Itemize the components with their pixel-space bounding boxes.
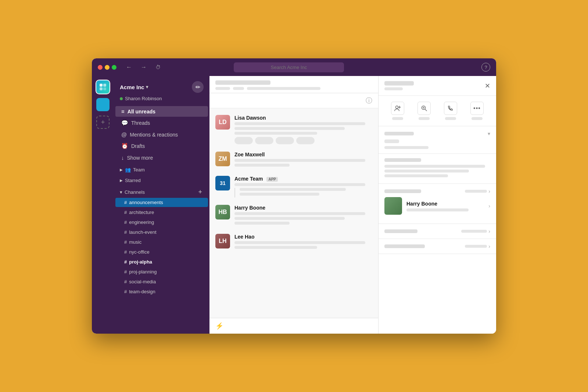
skeleton (384, 229, 417, 233)
channel-architecture-label: architecture (129, 210, 154, 215)
reaction-skeleton (276, 137, 294, 144)
message-item-lee[interactable]: LH Lee Hao (209, 230, 378, 254)
message-item-harry[interactable]: HB Harry Boone (209, 201, 378, 230)
channel-item-music[interactable]: # music (115, 237, 208, 247)
close-traffic-light[interactable] (98, 65, 103, 70)
profile-info: Harry Boone (406, 201, 484, 211)
right-section-row-1[interactable]: ▾ (384, 131, 490, 137)
channel-nyc-office-label: nyc-office (129, 249, 149, 255)
all-unreads-icon: ≡ (121, 108, 125, 115)
skeleton (384, 189, 421, 193)
right-header-skeleton (384, 81, 414, 86)
action-label-skeleton (445, 117, 456, 120)
more-icon: ••• (470, 102, 484, 115)
chevron-down-icon: ▾ (488, 131, 490, 137)
message-composer: ⚡ (209, 318, 378, 334)
channel-item-team-design[interactable]: # team-design (115, 287, 208, 296)
call-action[interactable] (444, 102, 457, 120)
channel-social-media-label: social-media (129, 279, 156, 284)
channel-launch-event-label: launch-event (129, 229, 156, 235)
starred-collapse-icon: ▶ (120, 178, 123, 182)
right-header-skeleton-2 (384, 87, 403, 90)
channel-announcements-label: announcements (129, 200, 163, 205)
channel-item-architecture[interactable]: # architecture (115, 208, 208, 217)
info-icon[interactable]: ⓘ (366, 96, 372, 105)
add-member-icon (391, 102, 404, 115)
channel-hash-icon: # (124, 289, 127, 294)
skeleton (234, 241, 365, 244)
threads-icon: 💬 (121, 120, 128, 126)
maximize-traffic-light[interactable] (112, 65, 116, 70)
nav-item-drafts[interactable]: ⏰ Drafts (115, 141, 208, 152)
drafts-label: Drafts (131, 143, 145, 149)
channel-item-nyc-office[interactable]: # nyc-office (115, 247, 208, 257)
channel-item-launch-event[interactable]: # launch-event (115, 228, 208, 237)
starred-label: Starred (125, 178, 141, 183)
skeleton (465, 245, 487, 248)
skeleton (234, 132, 317, 135)
message-name-acme-team: Acme Team APP (234, 176, 372, 182)
skeleton (384, 174, 448, 177)
search-action[interactable] (417, 102, 431, 120)
forward-button[interactable]: → (139, 62, 149, 72)
nav-item-all-unreads[interactable]: ≡ All unreads (115, 106, 208, 117)
workspace-icon-primary[interactable] (96, 80, 110, 94)
channel-item-social-media[interactable]: # social-media (115, 277, 208, 286)
minimize-traffic-light[interactable] (105, 65, 110, 70)
help-button[interactable]: ? (481, 63, 490, 72)
channel-hash-icon: # (124, 229, 127, 235)
nav-item-threads[interactable]: 💬 Threads (115, 117, 208, 128)
channels-collapse-btn[interactable]: ▾ Channels (120, 189, 145, 195)
subtitle-skeleton-1 (215, 87, 230, 90)
message-item-acme-team[interactable]: 31 Acme Team APP (209, 172, 378, 201)
profile-name: Harry Boone (406, 201, 484, 207)
svg-rect-2 (100, 87, 103, 90)
message-item-zoe[interactable]: ZM Zoe Maxwell (209, 148, 378, 172)
team-label: Team (133, 167, 145, 173)
channel-item-proj-planning[interactable]: # proj-planning (115, 267, 208, 276)
channel-item-engineering[interactable]: # engineering (115, 218, 208, 227)
threads-label: Threads (131, 120, 150, 126)
channel-hash-icon: # (124, 279, 127, 284)
svg-line-8 (425, 109, 427, 111)
search-icon (417, 102, 431, 115)
workspace-icon-secondary[interactable] (96, 98, 110, 111)
skeleton (234, 122, 365, 125)
online-status-dot (120, 97, 123, 100)
right-section-profile: › Harry Boone › (379, 184, 496, 224)
svg-rect-0 (100, 84, 103, 87)
add-channel-button[interactable]: + (197, 188, 204, 196)
right-panel-header: ✕ (379, 76, 496, 96)
channel-item-proj-alpha[interactable]: # proj-alpha (115, 257, 208, 266)
channels-label: Channels (125, 189, 145, 195)
section-starred[interactable]: ▶ Starred (114, 174, 209, 185)
channel-hash-icon: # (124, 259, 127, 265)
message-name-harry: Harry Boone (234, 205, 372, 211)
channel-item-announcements[interactable]: # announcements (115, 198, 208, 207)
app-window: ← → ⏱ ? + Acme Inc ▾ (92, 58, 496, 334)
close-panel-button[interactable]: ✕ (485, 82, 490, 90)
section-team[interactable]: ▶ 👥 Team (114, 163, 209, 174)
workspace-name[interactable]: Acme Inc ▾ (120, 84, 148, 90)
show-more-label: Show more (127, 155, 153, 161)
nav-item-show-more[interactable]: ↓ Show more (115, 152, 208, 163)
workspace-chevron-icon: ▾ (146, 84, 148, 90)
add-workspace-button[interactable]: + (96, 116, 110, 129)
subtitle-skeleton-2 (233, 87, 244, 90)
lightning-icon[interactable]: ⚡ (215, 322, 223, 330)
history-button[interactable]: ⏱ (153, 63, 163, 72)
nav-item-mentions[interactable]: @ Mentions & reactions (115, 129, 208, 140)
channel-proj-planning-label: proj-planning (129, 269, 157, 275)
reaction-skeleton (296, 137, 315, 144)
reaction-skeleton (234, 137, 253, 144)
compose-button[interactable]: ✏ (192, 81, 204, 93)
add-member-action[interactable] (391, 102, 404, 120)
right-panel: ✕ (379, 76, 496, 334)
back-button[interactable]: ← (124, 62, 134, 72)
message-item-lisa[interactable]: LD Lisa Dawson (209, 111, 378, 148)
action-label-skeleton (419, 117, 430, 120)
team-emoji-icon: 👥 (125, 167, 131, 173)
right-section-4: › (379, 239, 496, 254)
more-action[interactable]: ••• (470, 102, 484, 120)
search-input[interactable] (234, 62, 344, 72)
